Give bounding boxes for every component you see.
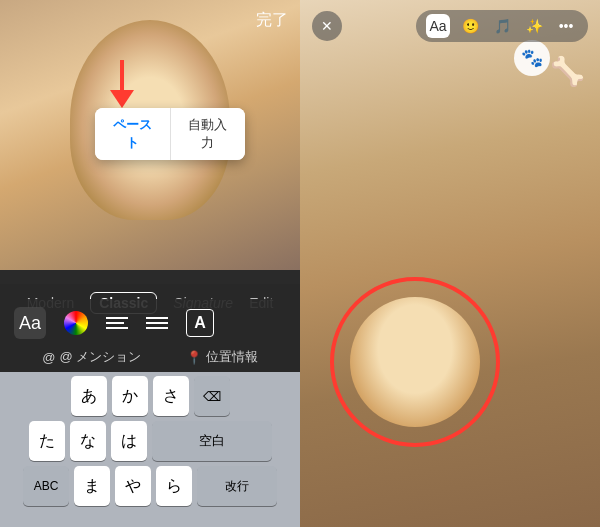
key-row-2: た な は 空白 <box>4 421 296 461</box>
key-ta[interactable]: た <box>29 421 65 461</box>
key-ma[interactable]: ま <box>74 466 110 506</box>
music-button[interactable]: 🎵 <box>490 14 514 38</box>
music-icon: 🎵 <box>494 18 511 34</box>
text-tool-button[interactable]: Aa <box>426 14 450 38</box>
line2 <box>106 322 124 324</box>
paste-button[interactable]: ペースト <box>95 108 171 160</box>
left-panel: 完了 ペースト 自動入力 Modern Classic Signature Ed… <box>0 0 300 527</box>
arrow-head <box>110 90 134 108</box>
aa-label: Aa <box>19 313 41 334</box>
top-bar-left: 完了 <box>256 10 288 31</box>
text-tool-label: Aa <box>429 18 446 34</box>
align-line1 <box>146 317 168 319</box>
done-button[interactable]: 完了 <box>256 10 288 31</box>
location-label: 位置情報 <box>206 348 258 366</box>
location-button[interactable]: 📍 位置情報 <box>186 348 258 366</box>
right-panel: ✕ Aa 🙂 🎵 ✨ ••• 🦴 🐾 <box>300 0 600 527</box>
mention-button[interactable]: @ @ メンション <box>42 348 141 366</box>
more-button[interactable]: ••• <box>554 14 578 38</box>
key-na[interactable]: な <box>70 421 106 461</box>
small-dog-visual <box>350 297 480 427</box>
key-a[interactable]: あ <box>71 376 107 416</box>
location-symbol: 📍 <box>186 350 202 365</box>
right-toolbar: Aa 🙂 🎵 ✨ ••• <box>416 10 588 42</box>
sparkle-icon: ✨ <box>526 18 543 34</box>
more-icon: ••• <box>559 18 574 34</box>
emoji-button[interactable]: 🙂 <box>458 14 482 38</box>
paw-sticker[interactable]: 🐾 <box>514 40 550 76</box>
text-size-button[interactable]: Aa <box>14 307 46 339</box>
line1 <box>106 317 128 319</box>
sparkle-button[interactable]: ✨ <box>522 14 546 38</box>
dog-sticker-image <box>350 297 480 427</box>
keyboard-rows: あ か さ ⌫ た な は 空白 ABC ま や ら 改行 <box>0 372 300 506</box>
italic-lines-button[interactable] <box>106 317 128 329</box>
key-sa[interactable]: さ <box>153 376 189 416</box>
color-picker-button[interactable] <box>64 311 88 335</box>
align-line2 <box>146 322 168 324</box>
arrow-indicator <box>110 60 134 108</box>
sticker-container[interactable] <box>330 277 500 447</box>
key-ya[interactable]: や <box>115 466 151 506</box>
keyboard: あ か さ ⌫ た な は 空白 ABC ま や ら 改行 <box>0 372 300 527</box>
key-row-3: ABC ま や ら 改行 <box>4 466 296 506</box>
bone-sticker[interactable]: 🦴 <box>550 55 585 88</box>
key-space[interactable]: 空白 <box>152 421 272 461</box>
emoji-icon: 🙂 <box>462 18 479 34</box>
arrow-shaft <box>120 60 124 90</box>
text-style-button[interactable]: A <box>186 309 214 337</box>
mention-label: @ メンション <box>59 348 141 366</box>
line3 <box>106 327 128 329</box>
paste-popup: ペースト 自動入力 <box>95 108 245 160</box>
key-abc[interactable]: ABC <box>23 466 69 506</box>
close-button[interactable]: ✕ <box>312 11 342 41</box>
align-button[interactable] <box>146 317 168 329</box>
auto-input-button[interactable]: 自動入力 <box>171 108 246 160</box>
key-return[interactable]: 改行 <box>197 466 277 506</box>
text-toolbar: Aa A <box>0 299 300 347</box>
key-backspace[interactable]: ⌫ <box>194 376 230 416</box>
align-line3 <box>146 327 168 329</box>
key-ha[interactable]: は <box>111 421 147 461</box>
key-ka[interactable]: か <box>112 376 148 416</box>
mention-location-row: @ @ メンション 📍 位置情報 <box>0 342 300 372</box>
key-ra[interactable]: ら <box>156 466 192 506</box>
key-row-1: あ か さ ⌫ <box>4 376 296 416</box>
at-symbol: @ <box>42 350 55 365</box>
right-top-bar: ✕ Aa 🙂 🎵 ✨ ••• <box>300 10 600 42</box>
